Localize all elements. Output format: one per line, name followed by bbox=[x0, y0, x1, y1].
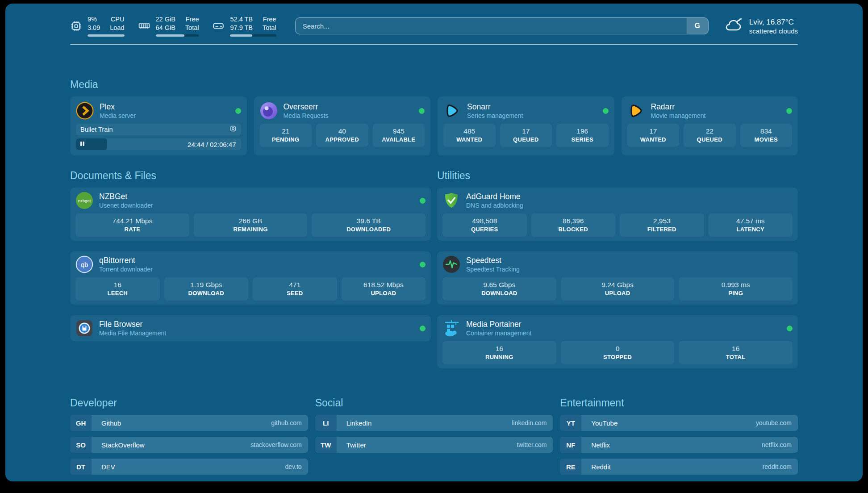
stat-download: 1.19 Gbps DOWNLOAD bbox=[164, 277, 249, 301]
service-subtitle: Movie management bbox=[651, 112, 706, 120]
section-heading-social: Social bbox=[315, 397, 553, 409]
disk-free-value: 52.4 TB bbox=[230, 15, 253, 24]
stat-blocked: 86,396 BLOCKED bbox=[531, 213, 616, 237]
speedtest-icon bbox=[442, 255, 460, 273]
stat-queued: 17 QUEUED bbox=[500, 124, 552, 147]
service-title: Media Portainer bbox=[466, 319, 531, 329]
link-github[interactable]: GH Github github.com bbox=[70, 415, 308, 431]
stat-stopped: 0 STOPPED bbox=[561, 341, 675, 364]
cpu-load-value: 3.09 bbox=[88, 24, 100, 32]
service-subtitle: Usenet downloader bbox=[99, 201, 153, 209]
radarr-service-link[interactable]: Radarr Movie management bbox=[627, 102, 793, 120]
now-playing-video-icon bbox=[230, 125, 237, 134]
search-input[interactable] bbox=[296, 18, 687, 34]
stat-available: 945 AVAILABLE bbox=[373, 124, 425, 147]
stat-upload: 9.24 Gbps UPLOAD bbox=[561, 277, 675, 301]
link-netflix[interactable]: NF Netflix netflix.com bbox=[560, 437, 798, 453]
overseerr-service-link[interactable]: Overseerr Media Requests bbox=[260, 102, 425, 120]
speedtest-service-link[interactable]: Speedtest Speedtest Tracking bbox=[442, 255, 793, 273]
link-name: DEV bbox=[92, 463, 285, 471]
card-qbittorrent: qb qBittorrent Torrent downloader 16 LEE… bbox=[70, 251, 431, 305]
link-twitter[interactable]: TW Twitter twitter.com bbox=[315, 437, 553, 453]
stat-movies: 834 MOVIES bbox=[740, 124, 793, 147]
card-adguard: AdGuard Home DNS and adblocking 498,508 … bbox=[437, 188, 798, 241]
search-provider-button[interactable]: G bbox=[687, 18, 708, 34]
ram-icon bbox=[138, 20, 150, 32]
cpu-stat-widget: 9% 3.09 CPU Load bbox=[70, 15, 125, 37]
weather-location-temp: Lviv, 16.87°C bbox=[749, 17, 798, 27]
card-speedtest: Speedtest Speedtest Tracking 9.65 Gbps D… bbox=[437, 251, 798, 305]
weather-widget: Lviv, 16.87°C scattered clouds bbox=[724, 16, 798, 36]
link-url: reddit.com bbox=[763, 463, 798, 470]
service-title: Radarr bbox=[651, 102, 706, 112]
card-overseerr: Overseerr Media Requests 21 PENDING 40 A… bbox=[254, 96, 431, 155]
link-name: Github bbox=[92, 419, 271, 427]
qbittorrent-service-link[interactable]: qb qBittorrent Torrent downloader bbox=[75, 255, 426, 273]
stat-seed: 471 SEED bbox=[253, 277, 337, 301]
section-heading-entertainment: Entertainment bbox=[560, 397, 798, 409]
link-dev[interactable]: DT DEV dev.to bbox=[70, 459, 308, 475]
disk-total-value: 97.9 TB bbox=[230, 24, 253, 32]
disk-free-label: Free bbox=[263, 15, 276, 24]
status-dot bbox=[235, 108, 241, 114]
stat-filtered: 2,953 FILTERED bbox=[620, 213, 704, 237]
disk-stat-widget: 52.4 TB 97.9 TB Free Total bbox=[212, 15, 276, 37]
top-bar: 9% 3.09 CPU Load bbox=[70, 15, 798, 37]
link-youtube[interactable]: YT YouTube youtube.com bbox=[560, 415, 798, 431]
stat-pending: 21 PENDING bbox=[260, 124, 312, 147]
stat-rate: 744.21 Mbps RATE bbox=[75, 213, 189, 237]
link-abbr: RE bbox=[560, 459, 581, 475]
card-radarr: Radarr Movie management 17 WANTED 22 QUE… bbox=[622, 96, 798, 155]
link-reddit[interactable]: RE Reddit reddit.com bbox=[560, 459, 798, 475]
stat-remaining: 266 GB REMAINING bbox=[194, 213, 308, 237]
card-plex: Plex Media server Bullet Train bbox=[70, 96, 247, 155]
section-heading-media: Media bbox=[70, 79, 798, 91]
section-heading-documents: Documents & Files bbox=[70, 170, 431, 182]
disk-icon bbox=[212, 20, 225, 32]
stat-latency: 47.57 ms LATENCY bbox=[709, 213, 793, 237]
adguard-service-link[interactable]: AdGuard Home DNS and adblocking bbox=[442, 192, 793, 209]
svg-text:nzbget: nzbget bbox=[78, 198, 91, 203]
ram-progress-bar bbox=[156, 34, 199, 37]
cpu-usage-label: CPU bbox=[110, 15, 124, 24]
plex-icon bbox=[76, 102, 94, 120]
link-url: youtube.com bbox=[756, 419, 798, 426]
adguard-icon bbox=[442, 192, 460, 209]
link-linkedin[interactable]: LI LinkedIn linkedin.com bbox=[315, 415, 553, 431]
status-dot bbox=[420, 262, 426, 267]
card-sonarr: Sonarr Series management 485 WANTED 17 Q… bbox=[438, 96, 614, 155]
memory-stat-widget: 22 GiB 64 GiB Free Total bbox=[138, 15, 199, 37]
cpu-icon bbox=[70, 20, 82, 32]
portainer-service-link[interactable]: Media Portainer Container management bbox=[442, 319, 793, 337]
card-filebrowser: File Browser Media File Management bbox=[70, 315, 431, 341]
card-nzbget: nzbget NZBGet Usenet downloader 744.21 M… bbox=[70, 188, 431, 241]
dashboard-panel: 9% 3.09 CPU Load bbox=[5, 4, 863, 481]
link-abbr: YT bbox=[560, 415, 581, 431]
status-dot bbox=[787, 326, 793, 331]
link-name: Twitter bbox=[337, 441, 517, 449]
cpu-load-label: Load bbox=[110, 24, 124, 32]
overseerr-icon bbox=[260, 102, 278, 120]
ram-total-value: 64 GiB bbox=[156, 24, 175, 32]
section-heading-developer: Developer bbox=[70, 397, 308, 409]
qbittorrent-icon: qb bbox=[75, 255, 93, 273]
plex-service-link[interactable]: Plex Media server bbox=[76, 102, 241, 120]
ram-total-label: Total bbox=[185, 24, 199, 32]
link-url: netflix.com bbox=[762, 441, 798, 448]
service-subtitle: DNS and adblocking bbox=[466, 201, 523, 209]
service-title: Overseerr bbox=[284, 102, 329, 112]
sonarr-icon bbox=[443, 102, 461, 120]
link-abbr: NF bbox=[560, 437, 581, 453]
filebrowser-service-link[interactable]: File Browser Media File Management bbox=[75, 319, 426, 337]
sonarr-service-link[interactable]: Sonarr Series management bbox=[443, 102, 609, 120]
status-dot bbox=[603, 108, 609, 114]
link-abbr: DT bbox=[70, 459, 92, 475]
ram-free-value: 22 GiB bbox=[156, 15, 175, 24]
service-subtitle: Series management bbox=[467, 112, 523, 120]
link-abbr: LI bbox=[315, 415, 337, 431]
nzbget-service-link[interactable]: nzbget NZBGet Usenet downloader bbox=[75, 192, 426, 209]
link-stackoverflow[interactable]: SO StackOverflow stackoverflow.com bbox=[70, 437, 308, 453]
link-url: dev.to bbox=[285, 463, 308, 470]
link-name: YouTube bbox=[581, 419, 756, 427]
service-subtitle: Torrent downloader bbox=[99, 265, 153, 273]
